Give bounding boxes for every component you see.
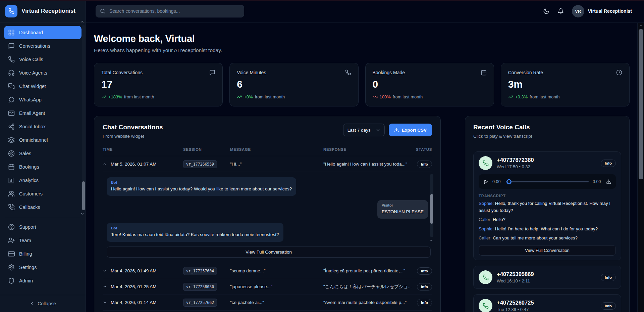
sidebar-item-label: Customers: [19, 191, 43, 196]
sidebar-item-team[interactable]: Team: [4, 234, 82, 247]
duration-time: 0:00: [593, 179, 602, 184]
user-menu[interactable]: VR Virtual Receptionist: [572, 5, 632, 17]
info-badge[interactable]: Info: [417, 161, 432, 168]
sidebar-item-conversations[interactable]: Conversations: [4, 39, 82, 53]
thread-scrollbar-thumb[interactable]: [430, 194, 433, 224]
main-area: VR Virtual Receptionist Welcome back, Vi…: [86, 0, 644, 312]
sidebar-item-whatsapp[interactable]: WhatsApp: [4, 93, 82, 106]
session-badge: vr_177257604: [183, 267, 217, 275]
info-badge[interactable]: Info: [601, 302, 616, 310]
row-response: "こんにちは！私はバーチャルレセプショ...": [323, 284, 411, 290]
chevron-up-icon: [103, 162, 107, 166]
sidebar-item-callbacks[interactable]: Callbacks: [4, 200, 82, 214]
sidebar-item-label: WhatsApp: [19, 97, 42, 102]
transcript-line: Caller: Hello?: [479, 216, 616, 223]
headphones-icon: [8, 70, 15, 76]
download-icon: [606, 179, 611, 184]
bell-icon: [557, 8, 564, 14]
stat-note: from last month: [530, 94, 560, 99]
brand: Virtual Receptionist: [0, 0, 86, 23]
sidebar-item-label: Chat Widget: [19, 84, 46, 89]
thread-scroll-down-icon[interactable]: [429, 238, 433, 242]
row-response: "Hello again! How can I assist you toda.…: [323, 162, 411, 167]
message-circle-icon: [8, 96, 15, 103]
table-row[interactable]: Mar 4, 2026, 01:25 AM vr_177258030 "japa…: [103, 279, 432, 295]
date-range-select[interactable]: Last 7 days: [343, 124, 385, 136]
sidebar-item-settings[interactable]: Settings: [4, 261, 82, 274]
call-number: +40725395869: [497, 271, 534, 277]
sidebar-item-voice-agents[interactable]: Voice Agents: [4, 66, 82, 80]
transcript-line: Caller: Can you tell me more about your …: [479, 235, 616, 242]
sidebar-item-customers[interactable]: Customers: [4, 187, 82, 200]
sidebar-item-omnichannel[interactable]: Omnichannel: [4, 133, 82, 147]
seek-slider-knob[interactable]: [506, 179, 512, 184]
export-csv-button[interactable]: Export CSV: [389, 124, 432, 136]
notifications-button[interactable]: [557, 8, 564, 14]
avatar[interactable]: VR: [572, 5, 584, 17]
table-row-partial[interactable]: [103, 311, 432, 312]
window-scrollbar[interactable]: [637, 23, 644, 312]
collapse-label: Collapse: [38, 301, 56, 306]
search-icon: [100, 8, 105, 14]
scroll-up-icon[interactable]: [639, 24, 643, 28]
sidebar-item-voice-calls[interactable]: Voice Calls: [4, 53, 82, 66]
table-header: TIME SESSION MESSAGE RESPONSE STATUS: [103, 147, 432, 156]
sidebar-scrollbar-thumb[interactable]: [82, 181, 85, 210]
sidebar-item-billing[interactable]: Billing: [4, 247, 82, 261]
bubble-text: Hello again! How can I assist you today?…: [111, 186, 292, 192]
row-time: Mar 4, 2026, 01:14 AM: [111, 300, 157, 305]
sidebar-item-admin[interactable]: Admin: [4, 274, 82, 287]
stat-note: from last month: [393, 94, 423, 99]
stat-label: Voice Minutes: [237, 70, 266, 75]
voice-call-card[interactable]: +40737872380 Wed 17:50 • 0:32 Info 0:00 …: [473, 151, 621, 260]
bubble-sender: Bot: [111, 180, 292, 184]
sidebar-item-email-agent[interactable]: Email Agent: [4, 106, 82, 120]
sidebar-scroll-down-icon[interactable]: [80, 212, 85, 216]
view-full-conversation-button[interactable]: View Full Conversation: [107, 247, 431, 258]
call-meta: Wed 16:10 • 2:11: [497, 278, 534, 283]
trending-up-icon: [237, 94, 242, 99]
info-badge[interactable]: Info: [417, 299, 432, 306]
play-button[interactable]: [483, 179, 488, 184]
sidebar-item-label: Team: [19, 238, 31, 243]
theme-toggle-button[interactable]: [543, 8, 549, 14]
table-row[interactable]: Mar 4, 2026, 01:49 AM vr_177257604 "scum…: [103, 263, 432, 279]
search-box[interactable]: [96, 5, 244, 17]
sidebar-item-bookings[interactable]: Bookings: [4, 160, 82, 174]
info-badge[interactable]: Info: [601, 274, 616, 281]
seek-slider[interactable]: [506, 181, 589, 182]
info-badge[interactable]: Info: [601, 160, 616, 167]
thread-scrollbar[interactable]: [430, 174, 433, 237]
row-message: "scump domne...": [230, 268, 323, 273]
download-audio-button[interactable]: [606, 179, 611, 184]
sidebar-item-sales[interactable]: Sales: [4, 147, 82, 160]
row-response: "Avem mai multe pachete disponibile p...…: [323, 300, 411, 305]
view-full-conversation-button[interactable]: View Full Conversation: [479, 245, 616, 256]
play-icon: [483, 179, 488, 184]
sidebar-item-social-inbox[interactable]: Social Inbox: [4, 120, 82, 133]
column-response: RESPONSE: [323, 147, 411, 151]
sidebar-item-support[interactable]: Support: [4, 220, 82, 234]
bubble-sender: Bot: [111, 226, 279, 230]
window-scrollbar-thumb[interactable]: [639, 29, 643, 179]
voice-call-card[interactable]: +40725260725 Tue 12:39 • 0:47 Info: [473, 294, 621, 312]
stat-cards: Total Conversations 17 +183%from last mo…: [94, 63, 630, 106]
sidebar-item-chat-widget[interactable]: Chat Widget: [4, 80, 82, 93]
sidebar-scrollbar[interactable]: [82, 25, 85, 210]
collapse-button[interactable]: Collapse: [0, 295, 86, 312]
chevron-down-icon: [103, 300, 107, 305]
search-input[interactable]: [109, 8, 240, 14]
table-row[interactable]: Mar 5, 2026, 01:07 AM vr_177266559 "HI..…: [103, 156, 432, 172]
call-meta: Tue 12:39 • 0:47: [497, 307, 534, 312]
sidebar-item-label: Conversations: [19, 43, 50, 49]
table-row[interactable]: Mar 4, 2026, 01:14 AM vr_177257662 "ce p…: [103, 295, 432, 311]
info-badge[interactable]: Info: [417, 267, 432, 275]
voice-call-card[interactable]: +40725395869 Wed 16:10 • 2:11 Info: [473, 266, 621, 289]
users-icon: [8, 190, 15, 197]
sidebar-item-dashboard[interactable]: Dashboard: [4, 26, 82, 39]
page-title: Welcome back, Virtual: [94, 33, 630, 44]
stat-label: Bookings Made: [373, 70, 405, 75]
info-badge[interactable]: Info: [417, 283, 432, 291]
sidebar-item-analytics[interactable]: Analytics: [4, 174, 82, 187]
sidebar-scroll-up-icon[interactable]: [80, 19, 85, 24]
